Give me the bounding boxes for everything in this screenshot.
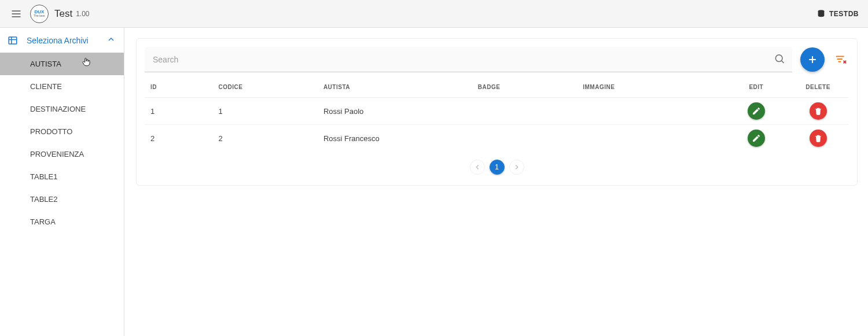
cursor-hand-icon bbox=[81, 56, 91, 69]
chevron-left-icon bbox=[473, 163, 481, 171]
sidebar-item-table1[interactable]: TABLE1 bbox=[0, 165, 124, 188]
col-header-edit: Edit bbox=[725, 77, 787, 98]
trash-icon bbox=[814, 134, 823, 143]
cell-edit bbox=[725, 98, 787, 125]
sidebar-item-label: DESTINAZIONE bbox=[30, 105, 86, 113]
plus-icon bbox=[807, 54, 818, 65]
col-header-delete: Delete bbox=[787, 77, 849, 98]
sidebar-item-targa[interactable]: TARGA bbox=[0, 211, 124, 233]
database-icon bbox=[816, 9, 826, 19]
sidebar-item-label: PRODOTTO bbox=[30, 127, 72, 136]
chevron-right-icon bbox=[513, 163, 521, 171]
sidebar-item-label: AUTISTA bbox=[30, 60, 61, 68]
cell-badge bbox=[472, 125, 577, 152]
sidebar-section-title: Seleziona Archivi bbox=[27, 36, 106, 45]
sidebar-item-label: TABLE2 bbox=[30, 195, 57, 204]
page-next-button[interactable] bbox=[509, 160, 524, 175]
svg-point-7 bbox=[775, 55, 782, 62]
sidebar-item-label: PROVENIENZA bbox=[30, 150, 84, 158]
pencil-icon bbox=[752, 106, 761, 116]
table-header-row: ID CODICE AUTISTA BADGE IMMAGINE Edit De… bbox=[145, 77, 849, 98]
chevron-up-icon bbox=[106, 35, 116, 46]
sidebar-item-destinazione[interactable]: DESTINAZIONE bbox=[0, 98, 124, 120]
cell-immagine bbox=[577, 125, 725, 152]
app-title: Test bbox=[54, 8, 72, 20]
cell-id: 2 bbox=[145, 125, 212, 152]
cell-immagine bbox=[577, 98, 725, 125]
filter-clear-button[interactable] bbox=[833, 51, 849, 68]
sidebar-section-header[interactable]: Seleziona Archivi bbox=[0, 28, 124, 53]
menu-button[interactable] bbox=[9, 7, 23, 21]
app-bar: DUX The best Test 1.00 TESTDB bbox=[0, 0, 868, 28]
db-label-text: TESTDB bbox=[829, 10, 859, 18]
data-card: ID CODICE AUTISTA BADGE IMMAGINE Edit De… bbox=[136, 38, 858, 186]
table-row: 11Rossi Paolo bbox=[145, 98, 849, 125]
cell-codice: 2 bbox=[212, 125, 317, 152]
sidebar-item-table2[interactable]: TABLE2 bbox=[0, 188, 124, 211]
sidebar-item-label: TARGA bbox=[30, 217, 56, 226]
trash-icon bbox=[814, 106, 823, 116]
search-icon bbox=[774, 53, 785, 67]
cell-autista: Rossi Francesco bbox=[318, 125, 472, 152]
sidebar: Seleziona Archivi AUTISTACLIENTEDESTINAZ… bbox=[0, 28, 124, 336]
cell-delete bbox=[787, 98, 849, 125]
col-header-autista[interactable]: AUTISTA bbox=[318, 77, 472, 98]
col-header-badge[interactable]: BADGE bbox=[472, 77, 577, 98]
cell-badge bbox=[472, 98, 577, 125]
search-input[interactable] bbox=[145, 47, 792, 72]
db-selector[interactable]: TESTDB bbox=[816, 9, 859, 19]
cell-delete bbox=[787, 125, 849, 152]
data-table: ID CODICE AUTISTA BADGE IMMAGINE Edit De… bbox=[145, 77, 849, 152]
table-row: 22Rossi Francesco bbox=[145, 125, 849, 152]
page-prev-button[interactable] bbox=[470, 160, 485, 175]
page-number-1[interactable]: 1 bbox=[490, 160, 505, 175]
search-wrapper bbox=[145, 47, 792, 72]
cell-codice: 1 bbox=[212, 98, 317, 125]
delete-button[interactable] bbox=[810, 102, 827, 120]
sidebar-item-label: CLIENTE bbox=[30, 82, 62, 91]
app-logo: DUX The best bbox=[30, 5, 49, 23]
sidebar-item-provenienza[interactable]: PROVENIENZA bbox=[0, 143, 124, 165]
cell-autista: Rossi Paolo bbox=[318, 98, 472, 125]
sidebar-item-prodotto[interactable]: PRODOTTO bbox=[0, 120, 124, 143]
pencil-icon bbox=[752, 134, 761, 143]
svg-line-8 bbox=[782, 61, 784, 63]
cell-edit bbox=[725, 125, 787, 152]
cell-id: 1 bbox=[145, 98, 212, 125]
delete-button[interactable] bbox=[810, 130, 827, 147]
col-header-codice[interactable]: CODICE bbox=[212, 77, 317, 98]
sidebar-item-cliente[interactable]: CLIENTE bbox=[0, 75, 124, 98]
col-header-immagine[interactable]: IMMAGINE bbox=[577, 77, 725, 98]
edit-button[interactable] bbox=[748, 102, 765, 120]
app-version: 1.00 bbox=[76, 10, 89, 18]
add-button[interactable] bbox=[800, 47, 825, 72]
pagination: 1 bbox=[145, 160, 849, 175]
edit-button[interactable] bbox=[748, 130, 765, 147]
sidebar-item-label: TABLE1 bbox=[30, 172, 57, 181]
logo-text-line2: The best bbox=[34, 14, 45, 17]
col-header-id[interactable]: ID bbox=[145, 77, 212, 98]
svg-rect-4 bbox=[9, 37, 17, 44]
sidebar-item-autista[interactable]: AUTISTA bbox=[0, 53, 124, 75]
table-icon bbox=[6, 35, 20, 46]
main-content: ID CODICE AUTISTA BADGE IMMAGINE Edit De… bbox=[124, 28, 868, 336]
hamburger-icon bbox=[10, 8, 22, 20]
filter-x-icon bbox=[834, 53, 847, 66]
